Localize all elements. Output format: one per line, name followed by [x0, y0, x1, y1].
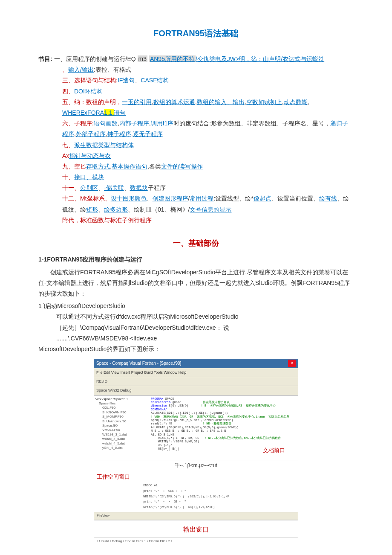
l12f[interactable]: 矩形 [86, 206, 98, 213]
c: read(1,*) NE [151, 422, 172, 425]
l12c[interactable]: 常用过程 [190, 195, 213, 202]
c: COMMON/A/ [151, 408, 167, 411]
l5f[interactable]: WHERExFORA1.1.语句 [62, 109, 126, 116]
c: N-B … ; GES-B. ; GB-B. ; GR-B. ; EPS-1.B… [151, 429, 226, 433]
c: write(*,'(2f,6F0.6)') ( GB(I),I-1,6*NE) [143, 506, 215, 509]
workspace-tree: Workspace 'Space': 1 Space files G2L.F90… [94, 396, 148, 460]
link-do[interactable]: DOI环结构 [74, 88, 103, 95]
l11a[interactable]: 公刖区 [80, 184, 98, 191]
tree-file: VMULT.F90 [102, 428, 147, 432]
c: gname [170, 401, 181, 404]
toc-line-1: 一、应用程序的创建与运行/EQ m3 AN95所用的不符/变仇类电及JW>明，箔… [54, 55, 325, 62]
c: B(6) ,ES(9) [167, 404, 188, 407]
l6f[interactable]: 钝子程序 [107, 131, 131, 137]
link-if[interactable]: IF造句 [118, 77, 135, 84]
c: dimension [151, 404, 167, 407]
c: GB(k+j)-B(j) [151, 447, 179, 450]
l6g[interactable]: 逐无子程序 [133, 131, 163, 137]
c: ENDDO A1 [143, 484, 158, 487]
l12b[interactable]: 创建图形程序 [153, 195, 188, 202]
c: ! 传在系统中标力名表 [199, 401, 229, 404]
tree-file: S_KNOWN.F90 [102, 410, 147, 415]
l6c[interactable]: 调用f1序 [151, 120, 174, 127]
l9b[interactable]: 基本操作语句 [112, 163, 147, 170]
l12e[interactable]: 绘有线 [319, 195, 337, 202]
t: 十一、 [62, 184, 80, 191]
c: PROGRAM [151, 397, 163, 401]
l6e[interactable]: 外部子程序 [76, 131, 106, 137]
para-1: 创建或运行FORTRAN95程序必需在MiCgSOftDeveloperStud… [38, 267, 354, 299]
l5c[interactable]: 数组的输入、输出 [197, 99, 245, 105]
box-an95[interactable]: AN95所用的不符 [149, 55, 196, 62]
t: 附代，标准函数与标准子例行程序 [62, 217, 152, 224]
fileview-tab: FileView [94, 512, 298, 520]
toc-line-11: 十一、公刖区、-储关联、数抿块子程序 [62, 183, 354, 193]
l9a[interactable]: 存取方式 [86, 163, 110, 170]
c: ! NE--整分离珠数替 [203, 422, 231, 425]
l8[interactable]: 指针与动态与衣 [69, 152, 111, 159]
l5d[interactable]: 空数如赋初上 [246, 99, 282, 105]
para-3: 可以通过不同方式运行dfdcv.cxc程序以启动MicrosoftDevelop… [56, 311, 354, 322]
t: 、设置当前位置、 [271, 195, 319, 202]
code-editor: PROGRAM SPACE character*6 gname ! 传在系统中标… [148, 396, 298, 460]
l6b[interactable]: 内部子程序 [119, 120, 149, 127]
tree-file: wzlshi_4_5.dat [102, 437, 147, 441]
l12g[interactable]: 绘多边形 [104, 206, 128, 213]
tree-file: yGhi_4_5.dat [102, 446, 147, 450]
l5a[interactable]: 一玉的引用 [122, 99, 152, 105]
l5e[interactable]: 动态数蝴 [284, 99, 308, 105]
c: A1: BO S-1,NE [151, 433, 174, 436]
tree-file: S_MOMP.F90 [102, 415, 147, 419]
toc-l1-link[interactable]: /变仇类电及JW>明，箔：山声明/衣达式与运蜕符 [196, 55, 324, 62]
t: 子程序 [148, 184, 166, 191]
c: ! NF--本分离珠已知为数官,NM--本分离珠已知力偶数官 [205, 436, 281, 440]
l11c[interactable]: 数抿块 [130, 184, 148, 191]
output-tabs: L1 Build / Debug \ Find in Files 1 \ Fin… [94, 538, 298, 545]
t: 十、 [62, 174, 74, 180]
para-6: MicrosoftDeveloperStudio的界面如下图所示： [38, 344, 354, 355]
toc-line-3: 三、选择语句与结构:IF造句、CASE结构 [62, 75, 354, 86]
l11b[interactable]: -储关联 [104, 184, 124, 191]
ide-toolbar-2: Space Win32 Debug [94, 386, 298, 395]
ide-title: Space - Compaq Visual Fortran - [Space.f… [96, 360, 181, 367]
l6a[interactable]: 语句画数 [94, 120, 118, 127]
output-window: 输出窗口 [94, 520, 298, 538]
link-io[interactable]: 输入/输出 [68, 66, 94, 73]
t: WHERExFORA [62, 109, 104, 116]
para-2: 1 )启动MicrosoftDeveloperSludio [38, 301, 354, 311]
toc-line-2: 、输入/输出:表控、有格式 [62, 64, 354, 75]
t: 、 [147, 195, 153, 202]
l9c[interactable]: 文件的读写操作 [161, 163, 203, 170]
t: , [308, 99, 309, 105]
link-case[interactable]: CASE结构 [141, 77, 169, 84]
ide-screenshot: Space - Compaq Visual Fortran - [Space.f… [94, 359, 298, 545]
close-icon: × [288, 360, 296, 367]
c: ! B--各齐分离珠的石城值,AS--整齐分离珠的变化中心 [201, 404, 276, 407]
toc-line-12: 十二、Mt坐标系、设十图形颜色、创建图形程序/常用过程:设置线型、绘*像起点、设… [38, 193, 354, 215]
toc-line-8: Ax指针与动态与衣 [62, 151, 354, 161]
l12a[interactable]: 设十图形颜色 [111, 195, 147, 202]
l12h[interactable]: 文号信息的显示 [190, 206, 231, 213]
l12d[interactable]: 像起点 [254, 195, 271, 202]
t: 九、空匕 [62, 163, 86, 170]
ide-menu: File Edit View Insert Project Build Tool… [94, 368, 298, 377]
ide-body: Workspace 'Space': 1 Space files G2L.F90… [94, 395, 298, 460]
c: print *," • GES • • " [143, 489, 186, 493]
toc: 书目: 一、应用程序的创建与运行/EQ m3 AN95所用的不符/变仇类电及JW… [38, 54, 354, 226]
t: 、 [135, 77, 141, 84]
tree-file: S_Unknown.f90 [102, 419, 147, 424]
t: 一、应用程序的创建与运行/EQ [54, 55, 138, 62]
workspace-window-label: 工作空间窗口 [97, 472, 130, 482]
c: READ(1,*) I NF, NM, GS [151, 436, 199, 440]
l10[interactable]: 接口、模块 [74, 174, 104, 180]
l7[interactable]: 派生数据类型与结构体 [74, 142, 134, 148]
c: WRITE(*,'(2f,3F0.6)') ( (GES(I,j),j-1,9)… [143, 495, 229, 498]
doc-window-label: 文档前口 [263, 447, 285, 454]
toc-line-5: 五、纳：数祖的声明，一玉的引用,数组的算术运通,数组的输入、输出,空数如赋初上,… [38, 97, 354, 118]
toc-line-7: 七、派生数据类型与结构体 [62, 140, 354, 151]
t: 、 [124, 184, 130, 191]
c: ALLOCATE(B01(:,:),E01(:,:),GE(:,:),gname… [151, 411, 228, 415]
t: 七、 [62, 142, 74, 148]
l5b[interactable]: 数组的算术运通 [153, 99, 195, 105]
output-window-label: 输出窗口 [183, 524, 209, 535]
